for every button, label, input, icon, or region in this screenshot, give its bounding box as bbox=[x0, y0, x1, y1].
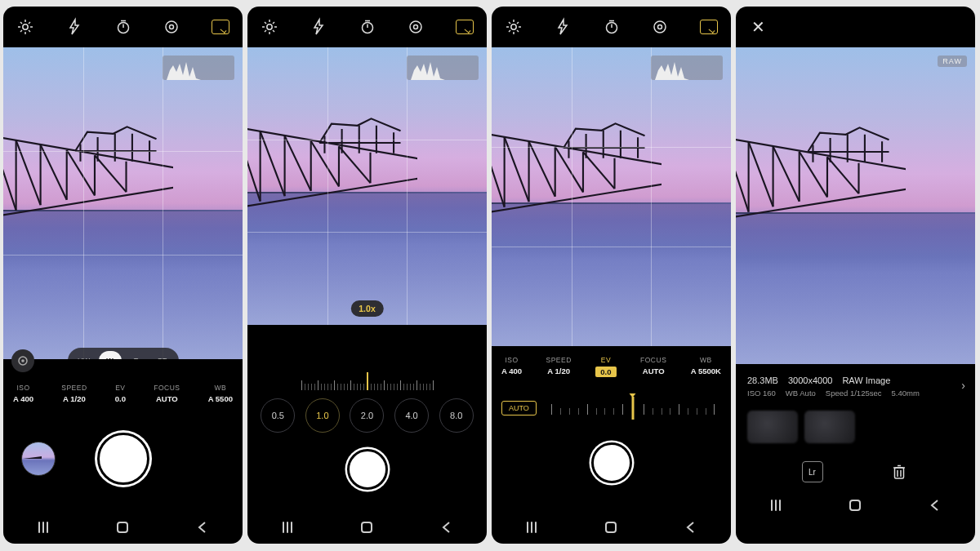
flash-icon[interactable] bbox=[554, 18, 572, 36]
param-ev[interactable]: EV0.0 bbox=[595, 356, 616, 385]
metering-button[interactable] bbox=[11, 349, 34, 372]
ev-slider[interactable] bbox=[545, 397, 721, 420]
param-ev[interactable]: EV0.0 bbox=[115, 384, 126, 411]
svg-point-39 bbox=[21, 359, 24, 362]
aspect-ratio-icon[interactable] bbox=[212, 18, 229, 36]
recents-button[interactable] bbox=[765, 495, 786, 516]
ev-auto-button[interactable]: AUTO bbox=[501, 401, 537, 415]
param-speed[interactable]: SPEEDA 1/20 bbox=[61, 384, 87, 411]
scene-preview bbox=[3, 47, 243, 359]
home-button[interactable] bbox=[356, 517, 377, 538]
scene-preview bbox=[492, 47, 731, 346]
home-button[interactable] bbox=[112, 517, 133, 538]
thumbnail-item[interactable] bbox=[804, 411, 855, 443]
chevron-right-icon[interactable]: › bbox=[961, 379, 965, 392]
svg-line-67 bbox=[247, 127, 260, 202]
gear-icon[interactable] bbox=[505, 18, 523, 36]
photo-preview[interactable]: RAW bbox=[736, 47, 975, 364]
lens-ultrawide[interactable]: UW bbox=[73, 351, 96, 359]
flash-icon[interactable] bbox=[310, 18, 327, 36]
open-lightroom-button[interactable]: Lr bbox=[802, 461, 823, 482]
svg-line-45 bbox=[265, 22, 266, 24]
pro-params: ISOA 400 SPEEDA 1/20 EV0.0 FOCUSAUTO WBA… bbox=[3, 359, 243, 411]
close-icon[interactable]: ✕ bbox=[749, 18, 767, 36]
back-button[interactable] bbox=[436, 517, 457, 538]
svg-marker-87 bbox=[559, 20, 567, 34]
zoom-slider[interactable] bbox=[247, 361, 487, 390]
svg-line-16 bbox=[3, 188, 173, 224]
svg-line-85 bbox=[517, 22, 519, 24]
home-button[interactable] bbox=[600, 517, 621, 538]
gear-icon[interactable] bbox=[16, 18, 34, 36]
shutter-button[interactable] bbox=[347, 449, 388, 490]
lens-tele[interactable]: T bbox=[125, 351, 148, 359]
param-speed[interactable]: SPEEDA 1/20 bbox=[546, 356, 572, 385]
meta-speed: Speed 1/125sec bbox=[826, 389, 882, 398]
svg-point-78 bbox=[511, 24, 516, 29]
viewfinder[interactable]: UW W T ST bbox=[3, 47, 243, 359]
recents-button[interactable] bbox=[521, 517, 542, 538]
viewfinder[interactable] bbox=[247, 47, 487, 325]
aspect-ratio-icon[interactable] bbox=[700, 18, 718, 36]
svg-line-107 bbox=[528, 141, 555, 196]
timer-icon[interactable] bbox=[359, 18, 376, 36]
zoom-4_0x[interactable]: 4.0 bbox=[394, 398, 429, 433]
timer-icon[interactable] bbox=[603, 18, 621, 36]
svg-point-13 bbox=[166, 21, 177, 33]
flash-icon[interactable] bbox=[65, 18, 83, 36]
shutter-button[interactable] bbox=[591, 442, 632, 483]
file-dimensions: 3000x4000 bbox=[788, 375, 832, 385]
thumbnail-strip[interactable] bbox=[736, 398, 975, 443]
param-iso[interactable]: ISOA 400 bbox=[501, 356, 522, 385]
svg-line-86 bbox=[509, 30, 510, 32]
zoom-8_0x[interactable]: 8.0 bbox=[439, 398, 474, 433]
photo-metadata[interactable]: 28.3MB 3000x4000 RAW Image ISO 160 WB Au… bbox=[736, 364, 975, 398]
timer-icon[interactable] bbox=[114, 18, 132, 36]
camera-ev-adjust: ISOA 400 SPEEDA 1/20 EV0.0 FOCUSAUTO WBA… bbox=[492, 7, 731, 544]
top-toolbar: ✕ bbox=[736, 7, 975, 47]
recents-button[interactable] bbox=[33, 517, 54, 538]
thumbnail-item[interactable] bbox=[747, 411, 798, 443]
svg-line-105 bbox=[492, 133, 504, 207]
histogram bbox=[651, 56, 723, 80]
param-wb[interactable]: WBA 5500K bbox=[691, 356, 721, 385]
zoom-2_0x[interactable]: 2.0 bbox=[350, 398, 384, 433]
gallery-thumb[interactable] bbox=[21, 442, 56, 476]
lens-supertele[interactable]: ST bbox=[151, 351, 174, 359]
gear-icon[interactable] bbox=[261, 18, 278, 36]
svg-point-0 bbox=[23, 24, 28, 29]
svg-line-29 bbox=[40, 145, 66, 200]
svg-point-14 bbox=[170, 25, 174, 29]
shutter-button[interactable] bbox=[97, 433, 149, 485]
svg-line-46 bbox=[273, 30, 274, 32]
metering-icon[interactable] bbox=[407, 18, 425, 36]
param-focus[interactable]: FOCUSAUTO bbox=[154, 384, 180, 411]
svg-line-117 bbox=[736, 189, 906, 226]
metering-icon[interactable] bbox=[651, 18, 669, 36]
param-focus[interactable]: FOCUSAUTO bbox=[640, 356, 666, 385]
scene-preview bbox=[736, 47, 975, 364]
back-button[interactable] bbox=[192, 517, 213, 538]
home-button[interactable] bbox=[844, 495, 866, 516]
scene-preview bbox=[247, 47, 487, 325]
delete-button[interactable] bbox=[889, 461, 910, 482]
pro-params: ISOA 400 SPEEDA 1/20 EV0.0 FOCUSAUTO WBA… bbox=[492, 346, 731, 385]
param-iso[interactable]: ISOA 400 bbox=[13, 384, 33, 411]
back-button[interactable] bbox=[924, 495, 946, 516]
svg-line-94 bbox=[492, 184, 662, 221]
shutter-row bbox=[3, 411, 243, 511]
aspect-ratio-icon[interactable] bbox=[456, 18, 474, 36]
svg-line-84 bbox=[517, 30, 519, 32]
back-button[interactable] bbox=[680, 517, 702, 538]
metering-icon[interactable] bbox=[163, 18, 180, 36]
param-wb[interactable]: WBA 5500 bbox=[208, 384, 233, 411]
svg-line-128 bbox=[736, 138, 748, 212]
zoom-0_5x[interactable]: 0.5 bbox=[261, 398, 295, 433]
svg-point-53 bbox=[410, 21, 421, 33]
lens-wide[interactable]: W bbox=[99, 351, 122, 359]
recents-button[interactable] bbox=[277, 517, 298, 538]
zoom-1_0x[interactable]: 1.0 bbox=[305, 398, 340, 433]
top-toolbar bbox=[3, 7, 243, 47]
viewfinder[interactable] bbox=[492, 47, 731, 346]
svg-line-6 bbox=[29, 30, 30, 32]
